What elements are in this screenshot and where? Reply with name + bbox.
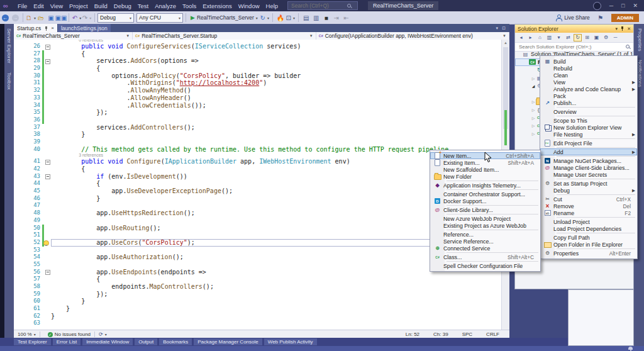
code-line-49[interactable]: 49 xyxy=(14,217,502,225)
outline-margin[interactable] xyxy=(45,57,51,65)
breadcrumb-section-1[interactable]: C#RealTimeCharts_Server.Startup▼ xyxy=(133,32,316,40)
menubar-test[interactable]: Test xyxy=(135,1,152,11)
project-menu-new-solution-explorer-view[interactable]: New Solution Explorer View xyxy=(540,124,637,131)
code-editor[interactable]: 0 references26 public void ConfigureServ… xyxy=(14,40,502,330)
project-menu-overview[interactable]: Overview xyxy=(540,108,637,115)
tab-launchsettings-json[interactable]: launchSettings.json xyxy=(58,24,111,32)
code-line-29[interactable]: 29 { xyxy=(14,65,502,72)
tab-startup-cs[interactable]: Startup.cs× xyxy=(14,24,57,32)
code-line-text[interactable]: { xyxy=(51,65,502,72)
indent-icon[interactable]: ⇥ xyxy=(332,13,341,22)
code-line-text[interactable]: endpoints.MapControllers(); xyxy=(51,283,502,291)
space-indicator[interactable]: SPC xyxy=(462,332,472,337)
notifications-bell-icon[interactable] xyxy=(628,347,633,350)
outdent-icon[interactable]: ⇤ xyxy=(342,13,351,22)
breadcrumb-section-0[interactable]: C#RealTimeCharts_Server▼ xyxy=(14,32,133,40)
code-line-text[interactable]: } xyxy=(51,305,502,313)
undo-icon[interactable]: ↶▾ xyxy=(72,13,81,22)
project-menu-clean[interactable]: Clean xyxy=(540,72,637,79)
project-menu-view[interactable]: View▶ xyxy=(540,79,637,86)
lightbulb-icon[interactable] xyxy=(43,240,49,246)
project-menu-manage-client-side-libraries[interactable]: @Manage Client-Side Libraries... xyxy=(540,164,637,171)
menubar-debug[interactable]: Debug xyxy=(111,1,135,11)
source-control-icon[interactable]: ⟳ xyxy=(99,332,103,337)
menubar-extensions[interactable]: Extensions xyxy=(199,1,235,11)
admin-badge[interactable]: ADMIN xyxy=(611,14,639,22)
properties-gear-icon[interactable]: ⚙ xyxy=(602,34,610,42)
expand-arrow-icon[interactable]: ▷ xyxy=(531,99,536,104)
add-menu-new-scaffolded-item[interactable]: New Scaffolded Item... xyxy=(430,166,540,173)
code-line-51[interactable]: 51 xyxy=(14,231,502,239)
code-line-39[interactable]: 39 xyxy=(14,138,502,146)
outline-margin[interactable] xyxy=(45,269,51,276)
code-line-text[interactable]: .AllowCredentials()); xyxy=(51,102,502,109)
panel-tab-output[interactable]: Output xyxy=(135,338,157,345)
uncomment-icon[interactable]: ▥ xyxy=(312,13,321,22)
project-menu-properties[interactable]: ⚙PropertiesAlt+Enter xyxy=(540,250,637,257)
code-line-text[interactable] xyxy=(51,138,502,146)
project-menu-analyze-and-code-cleanup[interactable]: Analyze and Code Cleanup▶ xyxy=(540,86,637,92)
navigate-forward-icon[interactable]: → xyxy=(11,13,19,22)
menubar-tools[interactable]: Tools xyxy=(179,1,199,11)
code-line-41[interactable]: 41 public void Configure(IApplicationBui… xyxy=(14,158,502,165)
side-tab-server-explorer[interactable]: Server Explorer xyxy=(5,24,13,68)
start-debugging-button[interactable]: ▶ RealTimeCharts_Server▾ xyxy=(191,14,258,21)
panel-tab-web-publish-activity[interactable]: Web Publish Activity xyxy=(264,338,317,345)
solution-explorer-title-bar[interactable]: Solution Explorer ▾ ✕ xyxy=(515,25,633,33)
add-menu-connected-service[interactable]: ⊕Connected Service xyxy=(430,245,540,252)
add-menu-reference[interactable]: Reference... xyxy=(430,231,540,238)
code-line-text[interactable]: } xyxy=(51,313,502,320)
menubar-window[interactable]: Window xyxy=(235,1,263,11)
home-icon[interactable]: ⌂ xyxy=(536,34,544,42)
menubar-edit[interactable]: Edit xyxy=(30,1,47,11)
add-menu-existing-project-as-azure-webjob[interactable]: Existing Project as Azure WebJob xyxy=(430,222,540,229)
code-line-text[interactable]: .AllowAnyMethod() xyxy=(51,87,502,94)
code-line-62[interactable]: 62} xyxy=(14,313,502,320)
window-position-dropdown-icon[interactable]: ▾ xyxy=(616,26,618,31)
add-menu-new-azure-webjob-project[interactable]: New Azure WebJob Project xyxy=(430,215,540,222)
code-line-text[interactable]: services.AddCors(options => xyxy=(51,57,502,65)
source-control-dropdown-icon[interactable]: ▾ xyxy=(105,332,107,337)
add-menu-client-side-library[interactable]: @Client-Side Library... xyxy=(430,206,540,213)
breadcrumb-section-2[interactable]: C#Configure(IApplicationBuilder app, IWe… xyxy=(316,32,509,40)
expand-arrow-icon[interactable]: ▷ xyxy=(531,131,536,136)
platform-dropdown[interactable]: Any CPU▾ xyxy=(136,13,183,23)
collapse-icon[interactable] xyxy=(45,174,50,179)
code-line-text[interactable]: }); xyxy=(51,109,502,116)
user-avatar[interactable] xyxy=(593,2,601,10)
line-indicator[interactable]: Ln: 52 xyxy=(406,332,419,337)
code-line-46[interactable]: 46 } xyxy=(14,195,502,203)
project-menu-debug[interactable]: Debug▶ xyxy=(540,187,637,194)
project-menu-set-as-startup-project[interactable]: ⚙Set as Startup Project xyxy=(540,180,637,187)
collapse-icon[interactable] xyxy=(45,270,50,275)
project-menu-build[interactable]: ▦Build xyxy=(540,58,637,65)
close-icon[interactable]: × xyxy=(51,25,54,31)
menubar-project[interactable]: Project xyxy=(66,1,91,11)
code-line-53[interactable]: 53 xyxy=(14,247,502,254)
code-line-31[interactable]: 31 .WithOrigins("http://localhost:4200") xyxy=(14,79,502,87)
code-line-text[interactable]: .AllowAnyHeader() xyxy=(51,94,502,102)
project-menu-manage-nuget-packages[interactable]: NManage NuGet Packages... xyxy=(540,157,637,164)
expand-arrow-icon[interactable]: ▷ xyxy=(531,123,536,128)
code-line-text[interactable]: .WithOrigins("http://localhost:4200") xyxy=(51,79,502,87)
minimize-button[interactable]: ─ xyxy=(609,3,613,9)
project-menu-open-folder-in-file-explorer[interactable]: Open Folder in File Explorer xyxy=(540,241,637,248)
save-icon[interactable]: ▣ xyxy=(47,13,55,22)
save-all-icon[interactable]: ▣▣ xyxy=(57,13,65,22)
navigate-backward-icon[interactable]: ← xyxy=(1,13,9,22)
preview-selected-items-icon[interactable]: ─ xyxy=(611,34,619,42)
search-input[interactable] xyxy=(290,2,347,9)
outline-margin[interactable] xyxy=(45,43,51,50)
code-line-26[interactable]: 26 public void ConfigureServices(IServic… xyxy=(14,43,502,50)
code-line-28[interactable]: 28 services.AddCors(options => xyxy=(14,57,502,65)
collapse-icon[interactable] xyxy=(45,45,50,50)
open-file-icon[interactable]: 🗁 xyxy=(36,13,45,22)
code-line-58[interactable]: 58 endpoints.MapControllers(); xyxy=(14,283,502,291)
bookmark-icon[interactable]: ■ xyxy=(322,13,331,22)
live-share-button[interactable]: Live Share xyxy=(555,14,590,21)
code-line-text[interactable]: public void ConfigureServices(IServiceCo… xyxy=(51,43,502,50)
code-line-text[interactable]: { xyxy=(51,50,502,58)
collapse-icon[interactable] xyxy=(45,59,50,64)
code-line-34[interactable]: 34 .AllowCredentials()); xyxy=(14,102,502,109)
refresh-icon[interactable]: ↻▾ xyxy=(260,13,269,22)
